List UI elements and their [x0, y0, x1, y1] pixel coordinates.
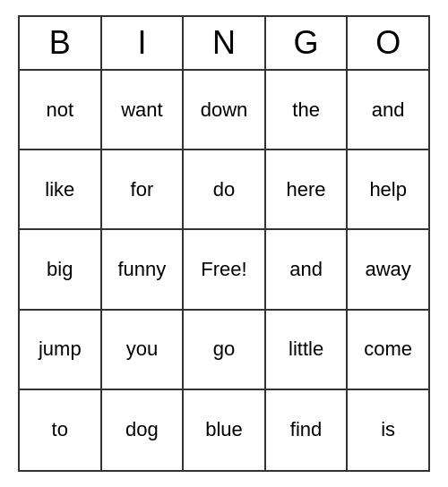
bingo-cell-0-1[interactable]: want	[102, 71, 185, 150]
bingo-cell-4-1[interactable]: dog	[102, 390, 185, 470]
header-cell-g: G	[266, 17, 349, 71]
bingo-cell-0-3[interactable]: the	[266, 71, 349, 150]
header-cell-o: O	[348, 17, 428, 71]
bingo-cell-2-2[interactable]: Free!	[184, 230, 266, 310]
bingo-cell-0-4[interactable]: and	[348, 71, 428, 150]
header-cell-i: I	[102, 17, 185, 71]
bingo-cell-3-0[interactable]: jump	[20, 311, 102, 390]
bingo-cell-2-4[interactable]: away	[348, 230, 428, 310]
bingo-cell-0-2[interactable]: down	[184, 71, 266, 150]
bingo-card: BINGO notwantdowntheandlikefordoherehelp…	[18, 15, 430, 472]
header-cell-b: B	[20, 17, 102, 71]
bingo-header: BINGO	[20, 17, 428, 71]
header-cell-n: N	[184, 17, 266, 71]
bingo-cell-2-3[interactable]: and	[266, 230, 349, 310]
bingo-cell-4-0[interactable]: to	[20, 390, 102, 470]
bingo-cell-1-2[interactable]: do	[184, 150, 266, 230]
bingo-cell-3-2[interactable]: go	[184, 311, 266, 390]
bingo-cell-1-1[interactable]: for	[102, 150, 185, 230]
bingo-cell-1-4[interactable]: help	[348, 150, 428, 230]
bingo-cell-1-0[interactable]: like	[20, 150, 102, 230]
bingo-body: notwantdowntheandlikefordoherehelpbigfun…	[20, 71, 428, 470]
bingo-cell-2-1[interactable]: funny	[102, 230, 185, 310]
bingo-row-2: bigfunnyFree!andaway	[20, 230, 428, 310]
bingo-cell-1-3[interactable]: here	[266, 150, 349, 230]
bingo-cell-4-4[interactable]: is	[348, 390, 428, 470]
bingo-row-0: notwantdowntheand	[20, 71, 428, 150]
bingo-cell-0-0[interactable]: not	[20, 71, 102, 150]
bingo-cell-4-3[interactable]: find	[266, 390, 349, 470]
bingo-cell-3-4[interactable]: come	[348, 311, 428, 390]
bingo-cell-3-3[interactable]: little	[266, 311, 349, 390]
bingo-cell-3-1[interactable]: you	[102, 311, 185, 390]
bingo-cell-2-0[interactable]: big	[20, 230, 102, 310]
bingo-row-4: todogbluefindis	[20, 390, 428, 470]
bingo-row-3: jumpyougolittlecome	[20, 311, 428, 390]
bingo-cell-4-2[interactable]: blue	[184, 390, 266, 470]
bingo-row-1: likefordoherehelp	[20, 150, 428, 230]
